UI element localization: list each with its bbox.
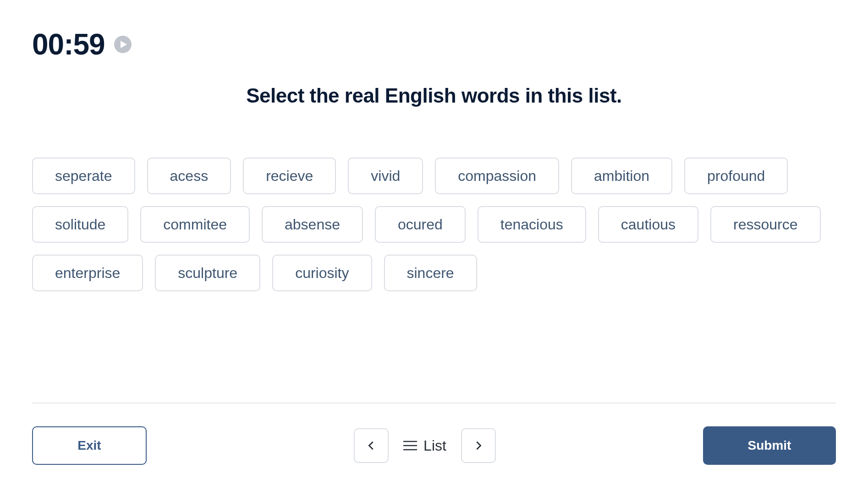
word-chip[interactable]: vivid: [348, 158, 423, 194]
word-chip[interactable]: curiosity: [272, 255, 372, 291]
prev-button[interactable]: [354, 428, 389, 463]
word-chip[interactable]: seperate: [32, 158, 135, 194]
play-icon[interactable]: [114, 36, 132, 53]
word-chip[interactable]: acess: [147, 158, 231, 194]
word-chip[interactable]: sculpture: [155, 255, 260, 291]
word-chip[interactable]: solitude: [32, 206, 128, 243]
timer-row: 00:59: [32, 27, 836, 61]
svg-marker-0: [121, 41, 127, 48]
word-chip[interactable]: ressource: [710, 206, 821, 243]
chevron-right-icon: [473, 441, 483, 451]
word-chip[interactable]: tenacious: [478, 206, 586, 243]
word-chip[interactable]: commitee: [140, 206, 250, 243]
list-button[interactable]: List: [399, 437, 451, 454]
list-icon: [403, 440, 417, 451]
word-chip[interactable]: compassion: [435, 158, 559, 194]
word-chip[interactable]: enterprise: [32, 255, 143, 291]
chevron-left-icon: [366, 441, 376, 451]
timer-display: 00:59: [32, 27, 105, 61]
nav-center: List: [354, 428, 496, 463]
word-list: seperate acess recieve vivid compassion …: [32, 158, 836, 291]
footer-bar: Exit List Submit: [32, 403, 836, 465]
submit-button[interactable]: Submit: [703, 426, 836, 465]
word-chip[interactable]: ambition: [571, 158, 672, 194]
word-chip[interactable]: cautious: [598, 206, 698, 243]
question-prompt: Select the real English words in this li…: [32, 84, 836, 107]
word-chip[interactable]: ocured: [375, 206, 466, 243]
next-button[interactable]: [461, 428, 496, 463]
word-chip[interactable]: recieve: [243, 158, 336, 194]
word-chip[interactable]: profound: [684, 158, 788, 194]
word-chip[interactable]: sincere: [384, 255, 477, 291]
list-label: List: [423, 437, 446, 454]
exit-button[interactable]: Exit: [32, 426, 147, 465]
word-chip[interactable]: absense: [262, 206, 363, 243]
